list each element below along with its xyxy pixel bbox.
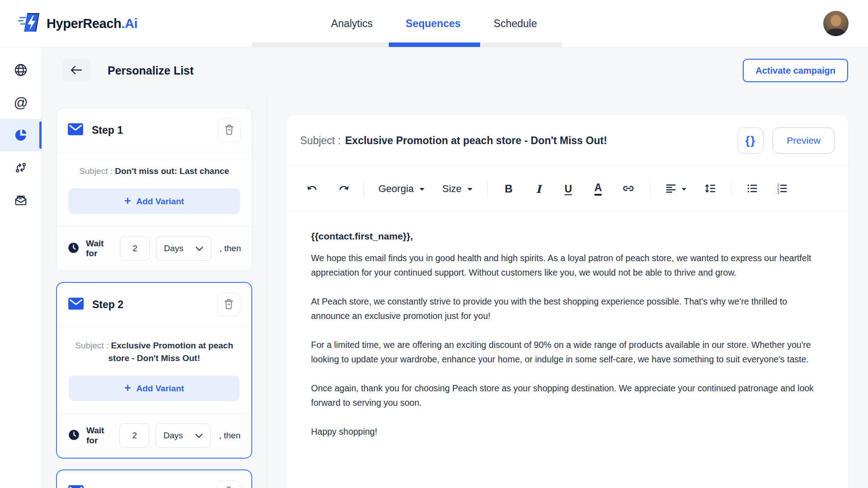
trash-icon — [223, 298, 234, 311]
insert-variable-button[interactable]: {} — [737, 127, 764, 154]
chevron-down-icon — [195, 244, 203, 253]
activate-campaign-button[interactable]: Activate campaign — [743, 59, 848, 82]
wait-for-label: Wait for — [86, 239, 111, 258]
numbered-list-icon: 1 2 3 — [776, 182, 788, 196]
email-step-icon — [68, 485, 84, 488]
step-card-body: Subject : Exclusive Promotion at peach s… — [57, 327, 251, 413]
clock-icon — [68, 429, 80, 443]
email-paragraph: For a limited time, we are offering an e… — [311, 338, 822, 366]
brand-logo: HyperReach.Ai — [18, 0, 137, 47]
lightning-logo-icon — [18, 12, 41, 35]
delete-step-button[interactable] — [217, 118, 241, 142]
align-left-icon — [665, 182, 677, 196]
add-variant-button[interactable]: + Add Variant — [68, 188, 240, 214]
redo-button[interactable] — [334, 178, 352, 200]
vertical-divider — [267, 94, 267, 488]
bold-button[interactable]: B — [500, 178, 518, 200]
delete-step-button[interactable] — [217, 480, 241, 488]
step-wait-row: Wait for Days , then — [57, 413, 251, 458]
step-card-body: Subject : Don't miss out: Last chance + … — [57, 152, 252, 226]
shell: @ — [0, 47, 868, 488]
pie-chart-icon — [14, 128, 28, 142]
wait-value-input[interactable] — [119, 423, 149, 448]
undo-button[interactable] — [304, 178, 322, 200]
align-select[interactable] — [662, 178, 689, 200]
wait-unit-value: Days — [164, 244, 183, 253]
text-color-icon: A — [594, 183, 602, 196]
email-body-editor[interactable]: {{contact.first_name}}, We hope this ema… — [287, 212, 848, 488]
insert-link-button[interactable] — [619, 178, 638, 200]
text-color-button[interactable]: A — [589, 178, 607, 200]
work-area: Step 1 — [42, 94, 868, 488]
sidebar-item-inbox[interactable] — [0, 184, 42, 216]
wait-value-input[interactable] — [120, 236, 150, 261]
email-greeting: {{contact.first_name}}, — [311, 231, 822, 242]
at-sign-icon: @ — [14, 96, 28, 110]
subject-label: Subject : — [300, 135, 341, 147]
user-avatar[interactable] — [823, 11, 849, 36]
arrow-left-icon — [70, 65, 83, 76]
subject-input[interactable]: Exclusive Promotion at peach store - Don… — [345, 135, 607, 147]
subject-value: Don't miss out: Last chance — [115, 166, 229, 176]
toolbar-separator — [731, 180, 731, 198]
caret-down-icon — [419, 186, 425, 192]
tab-schedule[interactable]: Schedule — [494, 18, 537, 30]
underline-button[interactable]: U — [559, 178, 577, 200]
wait-for-label: Wait for — [86, 426, 110, 446]
main-nav: Analytics Sequences Schedule — [331, 0, 537, 47]
step-wait-row: Wait for Days , then — [57, 226, 252, 271]
clock-icon — [67, 242, 80, 256]
step-title: Step 3 — [92, 486, 123, 488]
toolbar-separator — [487, 180, 488, 198]
email-paragraph: Once again, thank you for choosing Peach… — [311, 381, 822, 410]
link-icon — [622, 182, 635, 197]
step-card-2[interactable]: Step 2 — [56, 282, 252, 459]
email-paragraph: At Peach store, we constantly strive to … — [311, 294, 822, 323]
trash-icon — [224, 124, 235, 137]
sidebar-item-campaigns[interactable] — [0, 119, 42, 151]
email-step-icon — [68, 297, 84, 312]
formatting-toolbar: Georgia Size B — [287, 166, 848, 211]
email-editor-panel: Subject : Exclusive Promotion at peach s… — [287, 115, 848, 488]
then-label: , then — [219, 431, 241, 441]
subject-label: Subject : — [75, 341, 108, 350]
step-card-header: Step 1 — [57, 108, 252, 152]
numbered-list-button[interactable]: 1 2 3 — [773, 178, 791, 200]
step-card-3[interactable]: Step 3 — [56, 469, 252, 488]
page-header: Personalize List Activate campaign — [42, 47, 868, 94]
active-tab-underline — [389, 42, 480, 47]
redo-icon — [337, 184, 349, 194]
wait-unit-select[interactable]: Days — [156, 423, 211, 448]
add-variant-button[interactable]: + Add Variant — [69, 375, 240, 401]
tab-sequences[interactable]: Sequences — [406, 18, 460, 30]
delete-step-button[interactable] — [217, 293, 241, 316]
italic-icon: I — [536, 183, 541, 196]
italic-button[interactable]: I — [529, 178, 547, 200]
mail-open-icon — [14, 193, 28, 207]
email-step-icon — [67, 123, 84, 137]
sidebar-item-globe[interactable] — [0, 54, 42, 86]
tab-analytics[interactable]: Analytics — [331, 18, 373, 30]
font-family-value: Georgia — [378, 183, 414, 195]
sidebar: @ — [0, 47, 42, 488]
bullet-list-button[interactable] — [743, 178, 761, 200]
steps-list: Step 1 — [56, 94, 252, 488]
line-spacing-icon — [704, 182, 717, 196]
step-title: Step 2 — [92, 299, 123, 311]
step-card-1[interactable]: Step 1 — [56, 108, 252, 271]
git-compare-icon — [14, 161, 28, 174]
caret-down-icon — [467, 186, 473, 192]
font-size-select[interactable]: Size — [439, 178, 476, 200]
plus-icon: + — [124, 382, 131, 394]
add-variant-label: Add Variant — [137, 197, 184, 206]
sidebar-item-sequences[interactable] — [0, 151, 42, 184]
sidebar-item-mentions[interactable]: @ — [0, 86, 42, 119]
wait-unit-select[interactable]: Days — [156, 236, 211, 261]
subject-label: Subject : — [79, 166, 113, 176]
caret-down-icon — [681, 186, 687, 192]
back-button[interactable] — [62, 59, 90, 82]
globe-icon — [14, 63, 28, 77]
preview-button[interactable]: Preview — [773, 127, 835, 154]
line-spacing-button[interactable] — [701, 178, 719, 200]
font-family-select[interactable]: Georgia — [376, 178, 428, 200]
